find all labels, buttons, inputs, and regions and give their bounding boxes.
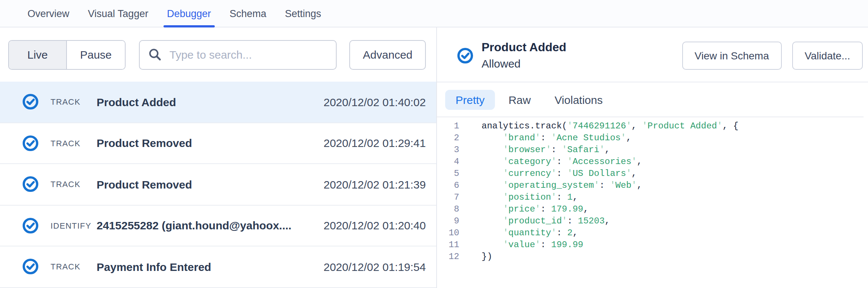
code-line-number: 11 [437,240,459,250]
code-line: 5 'currency': 'US Dollars', [437,168,868,180]
event-type-label: TRACK [51,139,97,148]
main-area: Live Pause Advanced [0,27,868,288]
debugger-app: OverviewVisual TaggerDebuggerSchemaSetti… [0,0,868,288]
detail-title-block: Product Added Allowed [482,41,566,70]
event-row[interactable]: TRACK Payment Info Entered 2020/12/02 01… [0,246,436,288]
code-line-text: 'browser': 'Safari', [482,145,610,155]
validate-button[interactable]: Validate... [792,41,863,69]
code-line: 10 'quantity': 2, [437,227,868,239]
code-line-text: 'operating_system': 'Web', [482,180,642,191]
code-line-number: 1 [437,121,459,131]
event-list-panel: Live Pause Advanced [0,27,437,288]
code-line-number: 5 [437,168,459,179]
top-nav: OverviewVisual TaggerDebuggerSchemaSetti… [0,0,868,27]
event-type-label: TRACK [51,262,97,271]
code-line: 6 'operating_system': 'Web', [437,180,868,192]
event-type-label: TRACK [51,98,97,107]
search-box[interactable] [139,40,337,69]
code-line: 12 }) [437,251,868,263]
event-name: Product Added [97,96,316,108]
detail-header-buttons: View in Schema Validate... [682,41,863,69]
event-row[interactable]: IDENTIFY 2415255282 (giant.hound@yahoox.… [0,205,436,246]
event-timestamp: 2020/12/02 01:29:41 [324,137,426,150]
code-line-number: 9 [437,216,459,226]
event-name: Product Removed [97,178,316,191]
tab-raw[interactable]: Raw [498,89,541,109]
event-timestamp: 2020/12/02 01:40:02 [324,96,426,108]
event-timestamp: 2020/12/02 01:21:39 [324,178,426,191]
code-line: 4 'category': 'Accessories', [437,156,868,168]
pause-button[interactable]: Pause [67,40,125,69]
event-status-check-icon [22,94,39,110]
live-pause-toggle: Live Pause [8,40,126,69]
list-controls: Live Pause Advanced [0,27,436,82]
event-detail-panel: Product Added Allowed View in Schema Val… [437,27,868,288]
tab-settings[interactable]: Settings [285,0,321,27]
event-timestamp: 2020/12/02 01:20:40 [324,219,426,232]
event-status-check-icon [22,259,39,275]
code-line-number: 12 [437,252,459,262]
tab-overview[interactable]: Overview [27,0,69,27]
tab-debugger[interactable]: Debugger [167,0,211,27]
code-line-text: 'product_id': 15203, [482,216,610,226]
payload-code-view: 1 analytics.track('7446291126', 'Product… [437,117,868,288]
code-line-text: 'price': 179.99, [482,204,589,215]
tab-schema[interactable]: Schema [230,0,266,27]
event-type-label: TRACK [51,180,97,189]
code-line-number: 6 [437,180,459,191]
code-line-text: 'value': 199.99 [482,240,583,250]
code-line-text: 'brand': 'Acne Studios', [482,133,631,143]
code-line: 9 'product_id': 15203, [437,215,868,227]
code-line: 8 'price': 179.99, [437,203,868,215]
payload-view-tabs: PrettyRawViolations [437,82,864,117]
code-line-text: 'category': 'Accessories', [482,157,642,167]
code-line: 11 'value': 199.99 [437,239,868,251]
event-name: 2415255282 (giant.hound@yahoox.... [97,219,316,232]
detail-status: Allowed [482,57,566,70]
tab-violations[interactable]: Violations [544,89,613,109]
event-list: TRACK Product Added 2020/12/02 01:40:02 … [0,82,436,288]
code-line-number: 4 [437,157,459,167]
code-line-text: 'position': 1, [482,192,578,203]
detail-header: Product Added Allowed View in Schema Val… [437,27,868,82]
view-in-schema-button[interactable]: View in Schema [682,41,781,69]
search-input[interactable] [168,48,327,62]
code-line: 1 analytics.track('7446291126', 'Product… [437,120,868,132]
event-status-check-icon [22,217,39,234]
event-status-check-icon [22,135,39,151]
event-name: Payment Info Entered [97,261,316,273]
allowed-check-icon [457,47,473,63]
event-name: Product Removed [97,137,316,150]
code-line-text: }) [482,252,492,262]
tab-visual-tagger[interactable]: Visual Tagger [88,0,149,27]
code-line-number: 2 [437,133,459,143]
code-line-number: 8 [437,204,459,215]
code-line: 2 'brand': 'Acne Studios', [437,132,868,144]
search-icon [149,48,161,61]
code-line: 3 'browser': 'Safari', [437,144,868,156]
code-line-text: 'quantity': 2, [482,228,578,238]
code-line-number: 7 [437,192,459,203]
event-type-label: IDENTIFY [51,221,97,230]
event-row[interactable]: TRACK Product Added 2020/12/02 01:40:02 [0,82,436,123]
event-timestamp: 2020/12/02 01:19:54 [324,261,426,273]
detail-event-title: Product Added [482,41,566,54]
code-line-text: analytics.track('7446291126', 'Product A… [482,121,738,131]
tab-pretty[interactable]: Pretty [445,89,495,109]
code-line-number: 3 [437,145,459,155]
live-button[interactable]: Live [9,40,67,69]
event-row[interactable]: TRACK Product Removed 2020/12/02 01:21:3… [0,164,436,205]
advanced-button[interactable]: Advanced [350,40,426,69]
event-status-check-icon [22,176,39,193]
code-line: 7 'position': 1, [437,192,868,203]
event-row[interactable]: TRACK Product Removed 2020/12/02 01:29:4… [0,123,436,164]
code-line-text: 'currency': 'US Dollars', [482,168,637,179]
code-line-number: 10 [437,228,459,238]
